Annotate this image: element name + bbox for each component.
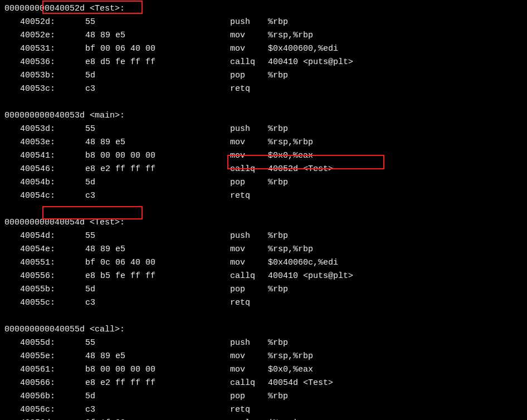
hex-bytes: 48 89 e5 xyxy=(85,350,230,363)
hex-bytes: 5d xyxy=(85,69,230,82)
symbol-header: 000000000040054d <Test>: xyxy=(4,216,527,229)
hex-bytes: e8 e2 ff ff ff xyxy=(85,163,230,176)
asm-line: 40054b:5dpop%rbp xyxy=(4,176,527,189)
operands: 400410 <puts@plt> xyxy=(268,270,353,283)
hex-bytes: 48 89 e5 xyxy=(85,243,230,256)
operands: %rsp,%rbp xyxy=(268,136,313,149)
addr: 40054e: xyxy=(4,243,85,256)
asm-line: 40056d:0f 1f 00nopl(%rax) xyxy=(4,417,527,420)
asm-line: 400546:e8 e2 ff ff ffcallq40052d <Test> xyxy=(4,163,527,176)
hex-bytes: 55 xyxy=(85,123,230,136)
mnemonic: mov xyxy=(230,256,268,270)
mnemonic: pop xyxy=(230,390,268,403)
operands: %rbp xyxy=(268,283,288,296)
hex-bytes: 55 xyxy=(85,336,230,350)
mnemonic: pop xyxy=(230,283,268,296)
symbol-header: 000000000040052d <Test>: xyxy=(4,2,527,16)
addr: 40056d: xyxy=(4,417,85,420)
addr: 40055c: xyxy=(4,296,85,310)
addr: 40056c: xyxy=(4,403,85,417)
operands: %rbp xyxy=(268,336,288,350)
mnemonic: push xyxy=(230,16,268,29)
hex-bytes: e8 d5 fe ff ff xyxy=(85,56,230,69)
addr: 40055e: xyxy=(4,350,85,363)
asm-line: 400541:b8 00 00 00 00mov$0x0,%eax xyxy=(4,149,527,163)
asm-line: 40053e:48 89 e5mov%rsp,%rbp xyxy=(4,136,527,149)
disassembly-output: 000000000040052d <Test>:40052d:55push%rb… xyxy=(0,0,527,420)
addr: 40053b: xyxy=(4,69,85,82)
blank-line xyxy=(4,96,527,109)
addr: 400551: xyxy=(4,256,85,270)
addr: 40056b: xyxy=(4,390,85,403)
asm-line: 400536:e8 d5 fe ff ffcallq400410 <puts@p… xyxy=(4,56,527,69)
hex-bytes: c3 xyxy=(85,296,230,310)
operands: $0x40060c,%edi xyxy=(268,256,338,270)
asm-line: 40053b:5dpop%rbp xyxy=(4,69,527,82)
hex-bytes: 48 89 e5 xyxy=(85,136,230,149)
addr: 40053c: xyxy=(4,82,85,96)
mnemonic: retq xyxy=(230,82,268,96)
hex-bytes: c3 xyxy=(85,189,230,203)
operands: 40054d <Test> xyxy=(268,377,333,390)
hex-bytes: c3 xyxy=(85,403,230,417)
operands: %rbp xyxy=(268,390,288,403)
mnemonic: mov xyxy=(230,350,268,363)
addr: 40054b: xyxy=(4,176,85,189)
operands: %rbp xyxy=(268,176,288,189)
addr: 400536: xyxy=(4,56,85,69)
mnemonic: retq xyxy=(230,296,268,310)
addr: 400561: xyxy=(4,363,85,377)
mnemonic: push xyxy=(230,229,268,243)
addr: 400566: xyxy=(4,377,85,390)
asm-line: 40054c:c3retq xyxy=(4,189,527,203)
addr: 40055b: xyxy=(4,283,85,296)
hex-bytes: bf 00 06 40 00 xyxy=(85,42,230,56)
asm-line: 40052d:55push%rbp xyxy=(4,16,527,29)
addr: 40055d: xyxy=(4,336,85,350)
addr: 400531: xyxy=(4,42,85,56)
mnemonic: mov xyxy=(230,29,268,42)
mnemonic: pop xyxy=(230,176,268,189)
mnemonic: retq xyxy=(230,189,268,203)
asm-line: 400551:bf 0c 06 40 00mov$0x40060c,%edi xyxy=(4,256,527,270)
symbol-header: 000000000040053d <main>: xyxy=(4,109,527,123)
mnemonic: mov xyxy=(230,363,268,377)
hex-bytes: 55 xyxy=(85,16,230,29)
asm-line: 40053c:c3retq xyxy=(4,82,527,96)
hex-bytes: e8 e2 ff ff ff xyxy=(85,377,230,390)
mnemonic: retq xyxy=(230,403,268,417)
hex-bytes: 5d xyxy=(85,176,230,189)
addr: 40054d: xyxy=(4,229,85,243)
asm-line: 40054e:48 89 e5mov%rsp,%rbp xyxy=(4,243,527,256)
asm-line: 40055d:55push%rbp xyxy=(4,336,527,350)
hex-bytes: 48 89 e5 xyxy=(85,29,230,42)
hex-bytes: b8 00 00 00 00 xyxy=(85,363,230,377)
asm-line: 40054d:55push%rbp xyxy=(4,229,527,243)
mnemonic: pop xyxy=(230,69,268,82)
addr: 40053d: xyxy=(4,123,85,136)
operands: %rbp xyxy=(268,229,288,243)
hex-bytes: 5d xyxy=(85,283,230,296)
mnemonic: mov xyxy=(230,42,268,56)
addr: 400556: xyxy=(4,270,85,283)
mnemonic: callq xyxy=(230,56,268,69)
hex-bytes: 55 xyxy=(85,229,230,243)
hex-bytes: e8 b5 fe ff ff xyxy=(85,270,230,283)
hex-bytes: 0f 1f 00 xyxy=(85,417,230,420)
asm-line: 400561:b8 00 00 00 00mov$0x0,%eax xyxy=(4,363,527,377)
addr: 400546: xyxy=(4,163,85,176)
addr: 40052e: xyxy=(4,29,85,42)
operands: $0x0,%eax xyxy=(268,149,313,163)
addr: 40052d: xyxy=(4,16,85,29)
asm-line: 40055c:c3retq xyxy=(4,296,527,310)
operands: %rbp xyxy=(268,16,288,29)
hex-bytes: c3 xyxy=(85,82,230,96)
asm-line: 40052e:48 89 e5mov%rsp,%rbp xyxy=(4,29,527,42)
operands: %rsp,%rbp xyxy=(268,243,313,256)
asm-line: 400556:e8 b5 fe ff ffcallq400410 <puts@p… xyxy=(4,270,527,283)
operands: 400410 <puts@plt> xyxy=(268,56,353,69)
operands: $0x0,%eax xyxy=(268,363,313,377)
operands: %rbp xyxy=(268,123,288,136)
mnemonic: callq xyxy=(230,270,268,283)
mnemonic: mov xyxy=(230,243,268,256)
